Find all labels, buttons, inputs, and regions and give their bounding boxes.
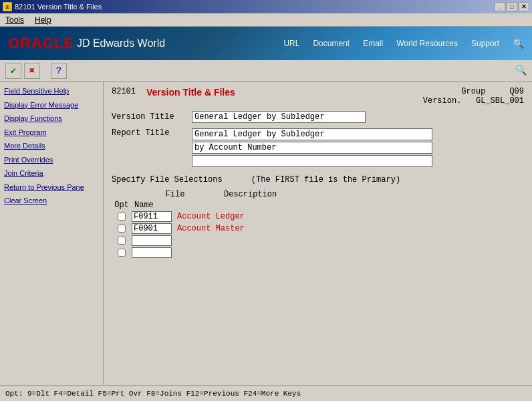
specify-note: (The FIRST file is the Primary) xyxy=(251,175,400,184)
oracle-brand: ORACLE xyxy=(8,35,74,52)
row-1-opt-checkbox[interactable] xyxy=(118,213,126,221)
nav-url[interactable]: URL xyxy=(283,39,299,48)
row-3-name-input[interactable] xyxy=(132,235,172,246)
version-value: GL_SBL_001 xyxy=(476,96,524,106)
row-1-checkbox-wrapper xyxy=(112,213,132,221)
row-2-description: Account Master xyxy=(177,224,245,233)
title-bar: ⊞ 82101 Version Title & Files _ □ ✕ xyxy=(0,0,532,13)
toolbar: ✔ ✖ ? 🔍 xyxy=(0,60,532,82)
nav-world-resources[interactable]: World Resources xyxy=(396,39,458,48)
sidebar-item-more-details[interactable]: More Details xyxy=(1,139,102,153)
version-title-input[interactable] xyxy=(192,111,366,123)
report-title-input-1[interactable] xyxy=(192,128,432,140)
row-3-opt-checkbox[interactable] xyxy=(118,237,126,245)
table-row: Account Ledger xyxy=(112,211,524,222)
row-2-checkbox-wrapper xyxy=(112,225,132,233)
ok-button[interactable]: ✔ xyxy=(5,63,21,79)
nav-support[interactable]: Support xyxy=(471,39,499,48)
group-value: Q09 xyxy=(509,87,524,96)
nav-email[interactable]: Email xyxy=(363,39,383,48)
report-title-input-3[interactable] xyxy=(192,155,432,167)
row-4-name-input[interactable] xyxy=(132,247,172,258)
row-4-opt-checkbox[interactable] xyxy=(118,249,126,257)
col-opt-header: Opt xyxy=(112,200,132,210)
menu-bar: Tools Help xyxy=(0,13,532,27)
row-4-checkbox-wrapper xyxy=(112,249,132,257)
sidebar-item-clear-screen[interactable]: Clear Screen xyxy=(1,194,102,208)
sidebar-item-print-overrides[interactable]: Print Overrides xyxy=(1,153,102,167)
col-desc-header: Description xyxy=(224,190,358,199)
header-search-icon[interactable]: 🔍 xyxy=(513,38,524,49)
form-title: Version Title & Files xyxy=(146,87,235,98)
form-meta: Group Q09 Version. GL_SBL_001 xyxy=(423,87,524,106)
row-2-opt-checkbox[interactable] xyxy=(118,225,126,233)
form-header: 82101 Version Title & Files Group Q09 Ve… xyxy=(112,87,524,106)
version-title-label: Version Title xyxy=(112,112,192,122)
status-text: Opt: 9=Dlt F4=Detail F5=Prt Ovr F8=Joins… xyxy=(5,390,301,398)
nav-document[interactable]: Document xyxy=(313,39,350,48)
table-subheader: Opt Name xyxy=(112,200,524,210)
toolbar-search-icon[interactable]: 🔍 xyxy=(515,65,527,76)
row-1-name-input[interactable] xyxy=(132,211,172,222)
sidebar: Field Sensitive Help Display Error Messa… xyxy=(0,82,104,385)
help-button[interactable]: ? xyxy=(51,63,67,79)
section-header-file-selections: Specify File Selections (The FIRST file … xyxy=(112,175,524,184)
sidebar-item-display-error-message[interactable]: Display Error Message xyxy=(1,98,102,112)
title-bar-text: 82101 Version Title & Files xyxy=(15,3,102,11)
specify-label: Specify File Selections xyxy=(112,175,223,184)
row-2-name-input[interactable] xyxy=(132,223,172,234)
file-table: File Description Opt Name Account Ledger xyxy=(112,190,524,258)
close-button[interactable]: ✕ xyxy=(519,2,529,11)
table-header: File Description xyxy=(112,190,524,199)
app-icon: ⊞ xyxy=(3,2,12,11)
main-area: Field Sensitive Help Display Error Messa… xyxy=(0,82,532,385)
form-id: 82101 xyxy=(112,87,136,96)
group-label: Group xyxy=(461,87,485,96)
col-name-header: Name xyxy=(134,200,181,210)
header-navigation: URL Document Email World Resources Suppo… xyxy=(283,38,524,49)
sidebar-item-join-criteria[interactable]: Join Criteria xyxy=(1,166,102,180)
cancel-button[interactable]: ✖ xyxy=(24,63,40,79)
oracle-header: ORACLE JD Edwards World URL Document Ema… xyxy=(0,27,532,60)
sidebar-item-return-to-previous-pane[interactable]: Return to Previous Pane xyxy=(1,180,102,194)
menu-help[interactable]: Help xyxy=(32,15,54,25)
oracle-logo: ORACLE JD Edwards World xyxy=(8,35,165,52)
menu-tools[interactable]: Tools xyxy=(3,15,27,25)
status-bar: Opt: 9=Dlt F4=Detail F5=Prt Ovr F8=Joins… xyxy=(0,385,532,401)
table-row xyxy=(112,235,524,246)
version-label: Version. xyxy=(423,96,462,106)
report-title-label: Report Title xyxy=(112,128,192,138)
minimize-button[interactable]: _ xyxy=(495,2,505,11)
table-row xyxy=(112,247,524,258)
window-controls[interactable]: _ □ ✕ xyxy=(495,2,529,11)
sidebar-item-display-functions[interactable]: Display Functions xyxy=(1,112,102,126)
table-row: Account Master xyxy=(112,223,524,234)
jde-brand: JD Edwards World xyxy=(77,37,165,49)
maximize-button[interactable]: □ xyxy=(507,2,517,11)
row-1-description: Account Ledger xyxy=(177,212,245,221)
version-title-row: Version Title xyxy=(112,111,524,123)
report-title-input-2[interactable] xyxy=(192,142,432,154)
report-title-row: Report Title xyxy=(112,128,524,167)
content-area: 82101 Version Title & Files Group Q09 Ve… xyxy=(104,82,532,385)
sidebar-item-field-sensitive-help[interactable]: Field Sensitive Help xyxy=(1,84,102,98)
col-file-header: File xyxy=(132,190,219,199)
row-3-checkbox-wrapper xyxy=(112,237,132,245)
sidebar-item-exit-program[interactable]: Exit Program xyxy=(1,126,102,140)
